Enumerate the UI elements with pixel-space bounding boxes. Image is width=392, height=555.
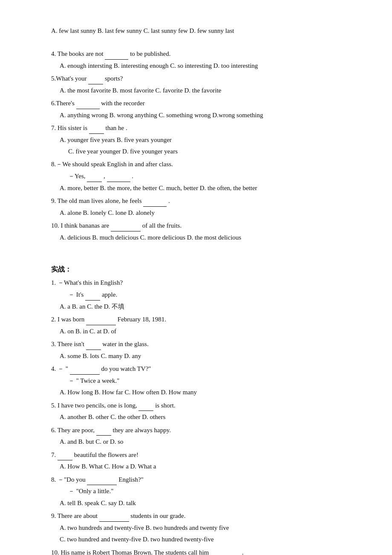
q7-line: 7. His sister is than he . xyxy=(51,122,358,134)
q5-options: A. the most favorite B. most favorite C.… xyxy=(60,85,358,96)
question-10: 10. I think bananas are of all the fruit… xyxy=(51,220,358,243)
q7-rest: than he . xyxy=(106,124,127,131)
s8-options: A. tell B. speak C. say D. talk xyxy=(60,498,358,509)
s3-line: 3. There isn't water in the glass. xyxy=(51,338,358,350)
q10-text: 10. I think bananas are xyxy=(51,222,109,229)
s1-blank xyxy=(85,289,100,301)
q4-opts-text: A. enough intersting B. interesting enou… xyxy=(60,62,258,69)
q10-options: A. delicious B. much delicious C. more d… xyxy=(60,232,358,243)
section1-q7: 7. beautiful the flowers are! A. How B. … xyxy=(51,449,358,472)
s1-options: A. a B. an C. the D. 不填 xyxy=(60,301,358,312)
question-4: 4. The books are not to be published. A.… xyxy=(51,48,358,71)
q6-opts-text: A. anything wrong B. wrong anything C. s… xyxy=(60,112,263,119)
s4-opts-text: A. How long B. How far C. How often D. H… xyxy=(60,389,197,396)
s5-rest: is short. xyxy=(155,402,176,409)
s9-blank xyxy=(99,510,129,522)
s9-optA-text: A. two hundreds and twenty-five B. two h… xyxy=(60,524,229,531)
s8-sub-line: － "Only a little." xyxy=(68,486,358,497)
q4-text: 4. The books are not xyxy=(51,50,104,57)
s4-line: 4. － " do you watch TV?" xyxy=(51,363,358,375)
s9-options-cd: C. two hundred and twenty-five D. two hu… xyxy=(60,534,358,545)
s6-line: 6. They are poor, they are always happy. xyxy=(51,425,358,436)
s1-sub2-text: apple. xyxy=(102,291,117,298)
section1-q2: 2. I was born February 18, 1981. A. on B… xyxy=(51,314,358,337)
q5-rest: sports? xyxy=(105,75,123,82)
s8-line: 8. －"Do you English?" xyxy=(51,474,358,486)
s3-options: A. some B. lots C. many D. any xyxy=(60,351,358,362)
s7-blank xyxy=(58,449,72,461)
s7-options: A. How B. What C. How a D. What a xyxy=(60,461,358,472)
q5-text: 5.What's your xyxy=(51,75,87,82)
q8-blank1 xyxy=(87,171,102,182)
s2-opts-text: A. on B. in C. at D. of xyxy=(60,328,116,335)
q9-text: 9. The old man lives alone, he feels xyxy=(51,197,142,204)
q10-opts-text: A. delicious B. much delicious C. more d… xyxy=(60,234,241,241)
q7-optA-text: A. younger five years B. five years youn… xyxy=(60,136,172,143)
s4-blank xyxy=(70,363,100,375)
q8-period: . xyxy=(132,173,133,179)
s2-options: A. on B. in C. at D. of xyxy=(60,326,358,337)
s4-text: 4. － " xyxy=(51,365,68,372)
s1-sub-line: － It's apple. xyxy=(68,289,358,301)
question-7: 7. His sister is than he . A. younger fi… xyxy=(51,122,358,157)
q8-text: 8.－We should speak English in and after … xyxy=(51,161,173,168)
s8-opts-text: A. tell B. speak C. say D. talk xyxy=(60,500,136,506)
section1-q5: 5. I have two pencils, one is long, is s… xyxy=(51,400,358,423)
s8-blank xyxy=(87,474,117,486)
q8-opts-text: A. more, better B. the more, the better … xyxy=(60,185,257,191)
s5-options: A. another B. other C. the other D. othe… xyxy=(60,412,358,423)
s8-text: 8. －"Do you xyxy=(51,476,86,483)
q10-line: 10. I think bananas are of all the fruit… xyxy=(51,220,358,231)
q4-blank xyxy=(105,48,128,60)
s3-blank xyxy=(86,338,101,350)
s1-text: 1. －What's this in English? xyxy=(51,279,123,286)
s5-blank xyxy=(138,400,153,411)
section1-q10: 10. His name is Robert Thomas Brown. The… xyxy=(51,547,358,555)
s6-blank xyxy=(96,425,111,436)
s2-line: 2. I was born February 18, 1981. xyxy=(51,314,358,325)
q8-comma: , xyxy=(104,173,105,179)
s3-text: 3. There isn't xyxy=(51,341,84,347)
s4-rest: do you watch TV?" xyxy=(101,365,151,372)
question-8: 8.－We should speak English in and after … xyxy=(51,159,358,194)
s2-blank xyxy=(86,314,116,325)
s1-opts-text: A. a B. an C. the D. 不填 xyxy=(60,303,124,310)
s10-blank xyxy=(210,547,240,555)
q9-blank xyxy=(143,195,167,207)
section-title: 实战： xyxy=(51,263,358,275)
q7-options-ab: A. younger five years B. five years youn… xyxy=(60,135,358,146)
s2-rest: February 18, 1981. xyxy=(118,316,166,323)
s6-text: 6. They are poor, xyxy=(51,427,95,434)
section1-q3: 3. There isn't water in the glass. A. so… xyxy=(51,338,358,361)
s9-options-ab: A. two hundreds and twenty-five B. two h… xyxy=(60,523,358,534)
s10-line: 10. His name is Robert Thomas Brown. The… xyxy=(51,547,358,555)
q8-sub-line: －Yes, , . xyxy=(68,171,358,182)
q8-blank2 xyxy=(107,171,130,182)
s6-rest: they are always happy. xyxy=(113,427,171,434)
top-options-text: A. few last sunny B. last few sunny C. l… xyxy=(51,27,234,34)
q8-options: A. more, better B. the more, the better … xyxy=(60,183,358,194)
q10-rest: of all the fruits. xyxy=(142,222,182,229)
question-5: 5.What's your sports? A. the most favori… xyxy=(51,73,358,96)
section1-q8: 8. －"Do you English?" － "Only a little."… xyxy=(51,474,358,509)
section1-q4: 4. － " do you watch TV?" － " Twice a wee… xyxy=(51,363,358,398)
question-9: 9. The old man lives alone, he feels . A… xyxy=(51,195,358,218)
q4-rest: to be published. xyxy=(130,50,170,57)
s7-rest: beautiful the flowers are! xyxy=(74,451,138,458)
q7-text: 7. His sister is xyxy=(51,124,87,131)
s5-text: 5. I have two pencils, one is long, xyxy=(51,402,137,409)
s9-rest: students in our grade. xyxy=(130,512,185,519)
q7-optC-text: C. five year younger D. five younger yea… xyxy=(68,148,178,155)
page-content: A. few last sunny B. last few sunny C. l… xyxy=(51,26,358,555)
s10-text: 10. His name is Robert Thomas Brown. The… xyxy=(51,549,209,555)
s4-options: A. How long B. How far C. How often D. H… xyxy=(60,387,358,398)
s4-sub-line: － " Twice a week." xyxy=(68,376,358,387)
s9-line: 9. There are about students in our grade… xyxy=(51,510,358,522)
q10-blank xyxy=(111,220,141,231)
q9-options: A. alone B. lonely C. lone D. alonely xyxy=(60,208,358,219)
s1-line: 1. －What's this in English? xyxy=(51,278,358,289)
question-6: 6.There's with the recorder A. anything … xyxy=(51,98,358,121)
s5-opts-text: A. another B. other C. the other D. othe… xyxy=(60,413,165,420)
section1-q9: 9. There are about students in our grade… xyxy=(51,510,358,545)
q8-sub-text: －Yes, xyxy=(68,173,86,179)
